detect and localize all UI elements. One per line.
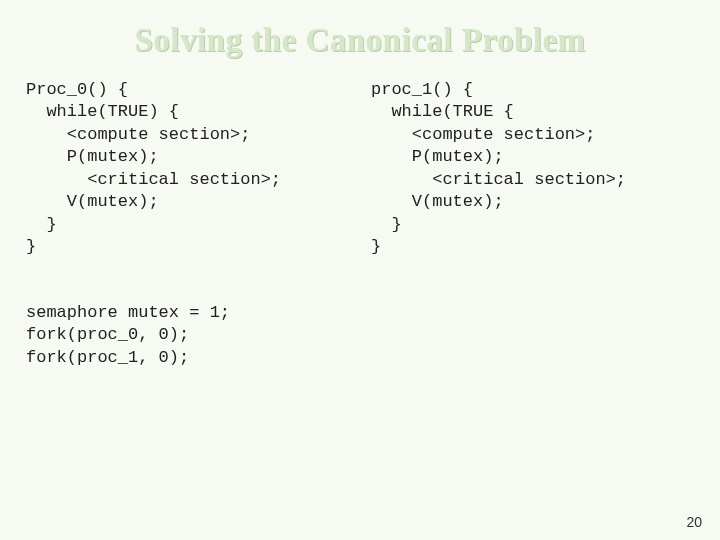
code-columns: Proc_0() { while(TRUE) { <compute sectio… (0, 59, 720, 259)
proc1-code: proc_1() { while(TRUE { <compute section… (371, 79, 694, 259)
page-number: 20 (686, 514, 702, 530)
setup-code: semaphore mutex = 1; fork(proc_0, 0); fo… (26, 302, 230, 369)
slide: Solving the Canonical Problem Proc_0() {… (0, 0, 720, 540)
proc0-code: Proc_0() { while(TRUE) { <compute sectio… (26, 79, 371, 259)
slide-title: Solving the Canonical Problem (0, 0, 720, 59)
